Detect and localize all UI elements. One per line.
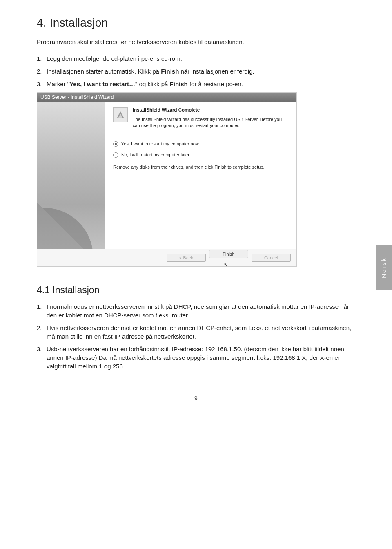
wizard-paragraph: Remove any disks from their drives, and …: [113, 164, 288, 170]
installer-icon: [113, 107, 128, 122]
finish-button[interactable]: Finish: [209, 250, 248, 258]
step-text: " og klikk på: [135, 80, 170, 87]
language-side-tab: Norsk: [376, 245, 392, 290]
radio-selected-icon: [113, 141, 118, 147]
radio-label: Yes, I want to restart my computer now.: [121, 141, 200, 146]
list-item: Hvis nettverksserveren derimot er koblet…: [37, 324, 355, 341]
list-item: I normalmodus er nettverksserveren innst…: [37, 302, 355, 319]
radio-label: No, I will restart my computer later.: [121, 152, 190, 157]
section-title: 4. Installasjon: [37, 16, 355, 29]
config-steps-list: I normalmodus er nettverksserveren innst…: [37, 302, 355, 370]
radio-restart-now[interactable]: Yes, I want to restart my computer now.: [113, 141, 288, 147]
emphasis-finish: Finish: [170, 80, 188, 87]
step-text: når installasjonen er ferdig.: [179, 68, 254, 75]
emphasis-restart: Yes, I want to restart…: [69, 80, 135, 87]
wizard-screenshot: USB Server - InstallShield Wizard Instal…: [37, 92, 297, 267]
step-text: Legg den medfølgende cd-platen i pc-ens …: [47, 55, 182, 62]
step-text: Marker ": [47, 80, 69, 87]
list-item: Installasjonen starter automatisk. Klikk…: [37, 67, 355, 76]
cancel-button[interactable]: Cancel: [252, 254, 291, 262]
wizard-titlebar: USB Server - InstallShield Wizard: [37, 93, 296, 102]
back-button[interactable]: < Back: [167, 254, 206, 262]
wizard-paragraph: The InstallShield Wizard has successfull…: [133, 116, 288, 129]
list-item: Marker "Yes, I want to restart…" og klik…: [37, 80, 355, 88]
emphasis-finish: Finish: [161, 68, 179, 75]
section-intro: Programvaren skal installeres før nettve…: [37, 38, 355, 46]
wizard-side-art: [37, 167, 105, 249]
radio-restart-later[interactable]: No, I will restart my computer later.: [113, 152, 288, 158]
step-text: for å restarte pc-en.: [188, 80, 243, 87]
list-item: Legg den medfølgende cd-platen i pc-ens …: [37, 54, 355, 63]
wizard-side-panel: [37, 102, 105, 249]
list-item: Usb-nettverksserveren har en forhåndsinn…: [37, 345, 355, 370]
radio-unselected-icon: [113, 152, 118, 158]
wizard-heading: InstallShield Wizard Complete: [133, 107, 288, 112]
install-steps-list: Legg den medfølgende cd-platen i pc-ens …: [37, 54, 355, 88]
page-number: 9: [37, 395, 355, 402]
cursor-icon: ↖: [224, 261, 228, 268]
step-text: Installasjonen starter automatisk. Klikk…: [47, 68, 161, 75]
subsection-title: 4.1 Installasjon: [37, 285, 355, 296]
